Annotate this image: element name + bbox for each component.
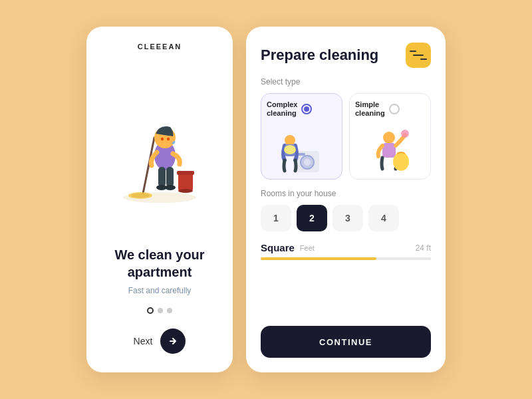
right-title: Prepare cleaning — [261, 47, 378, 64]
svg-rect-8 — [158, 167, 166, 187]
square-value: 24 ft — [416, 243, 431, 253]
slider-fill — [261, 257, 376, 260]
svg-rect-1 — [178, 172, 193, 191]
room-btn-3[interactable]: 3 — [332, 205, 363, 231]
left-illustration — [100, 59, 219, 246]
slider-track[interactable] — [261, 257, 431, 260]
right-card: Prepare cleaning Select type Complexclea… — [246, 27, 446, 372]
left-title: We clean your apartment — [100, 246, 219, 281]
type-selector: Complexcleaning — [261, 93, 431, 180]
type-complex-radio[interactable] — [301, 104, 312, 114]
svg-point-11 — [165, 185, 176, 190]
svg-rect-23 — [382, 143, 396, 158]
left-card: CLEEEAN — [86, 27, 233, 372]
square-section: Square Feet 24 ft — [261, 242, 431, 260]
room-btn-1[interactable]: 1 — [261, 205, 291, 231]
pagination-dots — [147, 307, 172, 314]
svg-point-21 — [284, 145, 296, 154]
room-btn-4[interactable]: 4 — [368, 205, 399, 231]
type-simple[interactable]: Simplecleaning — [349, 93, 431, 180]
svg-point-24 — [401, 130, 409, 138]
square-header: Square Feet 24 ft — [261, 242, 431, 253]
svg-point-25 — [393, 152, 409, 171]
right-header: Prepare cleaning — [261, 43, 431, 68]
svg-rect-2 — [177, 171, 194, 175]
square-unit: Feet — [300, 244, 315, 252]
menu-line-3 — [420, 59, 427, 60]
svg-point-6 — [131, 194, 150, 198]
left-subtitle: Fast and carefully — [128, 286, 192, 295]
next-row: Next — [134, 329, 186, 354]
svg-point-17 — [304, 159, 311, 166]
arrow-right-icon — [168, 336, 178, 346]
room-btn-2[interactable]: 2 — [297, 205, 327, 231]
continue-button[interactable]: CONTINUE — [261, 326, 431, 358]
cleaner-illustration — [106, 92, 213, 212]
svg-point-22 — [383, 132, 395, 144]
rooms-selector: 1 2 3 4 — [261, 205, 431, 231]
type-simple-label: Simplecleaning — [355, 100, 385, 118]
svg-point-19 — [285, 135, 295, 146]
type-complex[interactable]: Complexcleaning — [261, 93, 342, 180]
dot-1 — [147, 307, 154, 314]
dot-3 — [167, 308, 172, 313]
menu-button[interactable] — [406, 43, 431, 68]
menu-line-1 — [410, 51, 416, 52]
svg-rect-9 — [166, 167, 174, 187]
simple-illustration — [355, 120, 425, 179]
square-title: Square — [261, 242, 295, 253]
svg-point-3 — [178, 189, 193, 193]
app-logo: CLEEEAN — [138, 43, 182, 51]
type-section-label: Select type — [261, 77, 431, 86]
next-label: Next — [134, 336, 153, 346]
complex-illustration — [267, 120, 336, 179]
type-simple-radio[interactable] — [389, 104, 400, 114]
svg-point-14 — [167, 138, 170, 141]
menu-line-2 — [413, 55, 424, 56]
svg-point-13 — [161, 138, 164, 141]
rooms-section-label: Rooms in your house — [261, 189, 431, 198]
type-complex-label: Complexcleaning — [267, 100, 297, 118]
next-button[interactable] — [160, 329, 186, 354]
dot-2 — [158, 308, 163, 313]
